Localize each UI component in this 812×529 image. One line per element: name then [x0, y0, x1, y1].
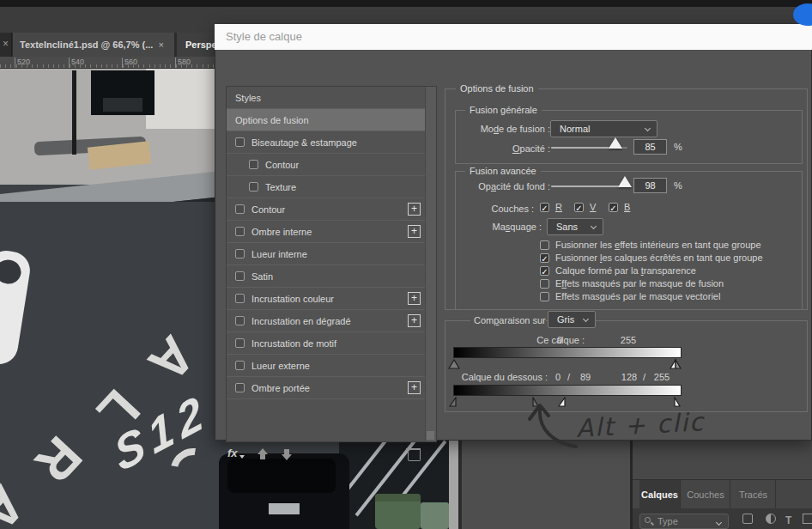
- group-advanced-legend: Fusion avancée: [465, 166, 541, 176]
- styles-item-label: Lueur interne: [251, 249, 307, 259]
- blend-clipped-checkbox[interactable]: ✓Fusionner les calques écrêtés en tant q…: [540, 252, 763, 263]
- fill-opacity-label: Opacité du fond :: [443, 181, 550, 192]
- add-effect-icon[interactable]: +: [408, 381, 421, 394]
- styles-item-texture[interactable]: Texture: [227, 176, 426, 198]
- checkbox-checked-icon: ✓: [574, 203, 584, 212]
- style-checkbox[interactable]: [249, 160, 258, 169]
- blend-interior-checkbox[interactable]: Fusionner les effets intérieurs en tant …: [540, 240, 761, 250]
- underlying-layer-gradient[interactable]: [453, 385, 682, 396]
- opacity-input[interactable]: 85: [633, 139, 667, 155]
- photo-pole: [72, 70, 76, 155]
- this-layer-max: 255: [615, 335, 641, 345]
- tab-couches[interactable]: Couches: [682, 480, 730, 509]
- delete-effect-icon[interactable]: [408, 447, 419, 460]
- styles-item-styles[interactable]: Styles: [227, 87, 426, 109]
- channel-r-checkbox[interactable]: ✓R: [540, 202, 562, 212]
- transparency-shapes-checkbox[interactable]: ✓Calque formé par la transparence: [540, 265, 696, 276]
- channels-label: Couches :: [460, 204, 534, 214]
- tab-traces[interactable]: Tracés: [731, 480, 776, 509]
- styles-item-ombre-portee[interactable]: Ombre portée+: [227, 377, 426, 399]
- style-checkbox[interactable]: [235, 249, 245, 258]
- fill-opacity-slider[interactable]: [551, 185, 627, 187]
- channel-b-checkbox[interactable]: ✓B: [609, 202, 630, 212]
- document-tab-close-icon[interactable]: ×: [158, 40, 163, 50]
- move-effect-down-button[interactable]: [281, 448, 293, 460]
- knockout-label: Masquage :: [460, 222, 542, 232]
- chevron-down-icon: [583, 316, 589, 322]
- styles-item-biseautage[interactable]: Biseautage & estampage: [227, 131, 426, 154]
- photo-truck: [91, 70, 155, 115]
- underlying-v0: 0: [552, 372, 564, 382]
- move-effect-up-button[interactable]: [257, 448, 269, 460]
- styles-item-satin[interactable]: Satin: [227, 265, 426, 288]
- style-checkbox[interactable]: [235, 361, 245, 370]
- opacity-percent: %: [674, 142, 682, 152]
- styles-item-options-de-fusion[interactable]: Options de fusion: [227, 109, 426, 131]
- vector-mask-hides-checkbox[interactable]: Effets masqués par le masque vectoriel: [540, 291, 720, 301]
- document-tab[interactable]: TexteIncliné1.psd @ 66,7% (...×: [13, 33, 174, 57]
- style-checkbox[interactable]: [235, 338, 245, 348]
- chevron-down-icon: [591, 223, 597, 229]
- layer-filter-select[interactable]: Type: [639, 514, 729, 529]
- previous-tab-close-icon[interactable]: ×: [0, 33, 12, 57]
- photo-green-bin-2: [421, 502, 449, 529]
- underlying-white-right-handle[interactable]: [673, 397, 682, 407]
- channel-r-label: R: [555, 202, 562, 212]
- tab-calques[interactable]: Calques: [639, 480, 681, 509]
- channel-v-label: V: [590, 202, 596, 212]
- underlying-black-left-handle[interactable]: [449, 397, 458, 407]
- canvas-scrollbar[interactable]: [449, 441, 458, 529]
- style-checkbox[interactable]: [235, 316, 245, 325]
- fill-opacity-input[interactable]: 98: [633, 178, 667, 193]
- ruler-ticks: [0, 64, 215, 68]
- this-layer-black-handle[interactable]: [448, 359, 460, 369]
- style-checkbox[interactable]: [235, 204, 245, 214]
- chevron-down-icon: [645, 125, 651, 131]
- shape-layer-filter-icon[interactable]: [803, 514, 812, 524]
- group-general-legend: Fusion générale: [465, 105, 542, 115]
- opacity-slider-handle[interactable]: [609, 137, 622, 149]
- style-checkbox[interactable]: [235, 137, 245, 147]
- style-checkbox[interactable]: [235, 383, 245, 392]
- layer-mask-hides-checkbox[interactable]: Effets masqués par le masque de fusion: [540, 278, 724, 289]
- styles-item-label: Contour: [251, 204, 285, 215]
- fx-label: fx: [227, 447, 238, 459]
- styles-item-incrustation-degrade[interactable]: Incrustation en dégradé+: [227, 310, 426, 332]
- checkbox-icon: [540, 292, 549, 301]
- checkbox-checked-icon: ✓: [540, 266, 549, 276]
- dialog-title[interactable]: Style de calque: [215, 24, 812, 50]
- fx-menu-button[interactable]: fx: [227, 447, 245, 459]
- styles-item-lueur-interne[interactable]: Lueur interne: [227, 243, 426, 265]
- styles-list-scrollbar[interactable]: [425, 87, 436, 441]
- styles-item-label: Incrustation de motif: [251, 338, 336, 349]
- styles-item-incrustation-couleur[interactable]: Incrustation couleur+: [227, 288, 426, 310]
- blendif-channel-select[interactable]: Gris: [548, 311, 596, 328]
- blend-mode-select[interactable]: Normal: [550, 120, 657, 137]
- type-layer-filter-icon[interactable]: T: [785, 514, 791, 527]
- style-checkbox[interactable]: [235, 227, 245, 236]
- style-checkbox[interactable]: [235, 294, 245, 303]
- knockout-select[interactable]: Sans: [547, 218, 603, 235]
- photo-black-suv: [219, 453, 349, 529]
- styles-item-contour-biseau[interactable]: Contour: [227, 154, 426, 176]
- styles-item-contour[interactable]: Contour+: [227, 198, 426, 221]
- blend-mode-value: Normal: [560, 124, 590, 134]
- add-effect-icon[interactable]: +: [408, 292, 421, 305]
- add-effect-icon[interactable]: +: [408, 314, 421, 327]
- layers-panel-group: Calques Couches Tracés Type T: [633, 441, 812, 529]
- channel-v-checkbox[interactable]: ✓V: [574, 202, 596, 212]
- styles-item-incrustation-motif[interactable]: Incrustation de motif: [227, 332, 426, 355]
- pixel-layer-filter-icon[interactable]: [742, 514, 753, 524]
- this-layer-white-handle[interactable]: [670, 359, 682, 369]
- style-checkbox[interactable]: [249, 182, 258, 192]
- styles-item-lueur-externe[interactable]: Lueur externe: [227, 355, 426, 377]
- styles-item-ombre-interne[interactable]: Ombre interne+: [227, 221, 426, 243]
- top-edge-bar: [0, 0, 812, 7]
- adjustment-layer-filter-icon[interactable]: [766, 514, 776, 524]
- fill-opacity-slider-handle[interactable]: [618, 176, 632, 187]
- style-checkbox[interactable]: [235, 271, 245, 281]
- add-effect-icon[interactable]: +: [408, 225, 421, 238]
- horizontal-ruler: 520 540 560 580: [0, 57, 215, 69]
- add-effect-icon[interactable]: +: [408, 203, 421, 216]
- this-layer-gradient[interactable]: [453, 347, 682, 358]
